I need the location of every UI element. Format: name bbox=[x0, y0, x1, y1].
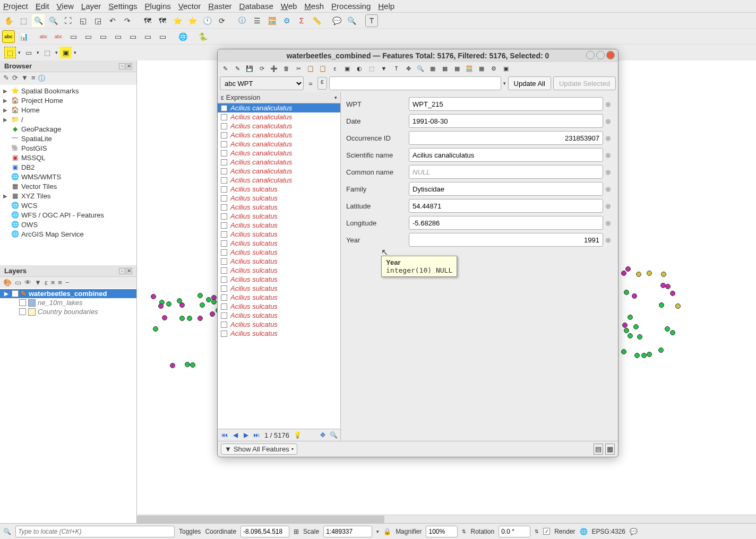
map-point[interactable] bbox=[211, 299, 217, 305]
menu-plugins[interactable]: Plugins bbox=[145, 2, 171, 11]
layer-filter-icon[interactable]: ▼ bbox=[35, 279, 41, 286]
clear-icon[interactable]: ⊗ bbox=[603, 219, 613, 227]
measure-icon[interactable]: 📏 bbox=[310, 14, 323, 27]
map-point[interactable] bbox=[162, 315, 167, 320]
menubar[interactable]: ProjectEditViewLayerSettingsPluginsVecto… bbox=[0, 0, 756, 13]
select-expr-icon[interactable]: ε bbox=[330, 63, 340, 74]
map-point[interactable] bbox=[665, 326, 670, 332]
layer-expand-icon[interactable]: ≡ bbox=[51, 279, 55, 286]
clear-icon[interactable]: ⊗ bbox=[603, 100, 613, 108]
actions-icon[interactable]: ⚙ bbox=[488, 63, 499, 74]
text-ann-icon[interactable]: T bbox=[365, 14, 378, 27]
map-point[interactable] bbox=[200, 302, 205, 308]
feature-row[interactable]: Acilius sulcatus bbox=[218, 248, 340, 257]
menu-help[interactable]: Help bbox=[378, 2, 394, 11]
bookmark-icon[interactable]: ⭐ bbox=[171, 14, 184, 27]
field-scientific-name[interactable] bbox=[409, 148, 603, 162]
layer-style-icon[interactable]: 🎨 bbox=[3, 279, 12, 286]
browser-add-icon[interactable]: ✎ bbox=[3, 74, 9, 83]
map-point[interactable] bbox=[647, 271, 652, 276]
map-point[interactable] bbox=[151, 294, 156, 299]
browser-item[interactable]: 🌐WFS / OGC API - Features bbox=[0, 210, 136, 220]
processing-icon[interactable]: ⚙ bbox=[280, 14, 293, 27]
rotation-input[interactable] bbox=[499, 526, 530, 537]
pan-icon[interactable]: ✋ bbox=[2, 14, 15, 27]
zoom-next-icon[interactable]: ↷ bbox=[121, 14, 134, 27]
label-tool4-icon[interactable]: ▭ bbox=[82, 30, 94, 43]
field-select[interactable]: abc WPT bbox=[220, 76, 304, 90]
panel-close-icon[interactable]: ✕ bbox=[126, 63, 132, 69]
map-point[interactable] bbox=[632, 293, 637, 299]
epsg-label[interactable]: EPSG:4326 bbox=[592, 528, 625, 535]
sigma-icon[interactable]: Σ bbox=[295, 14, 308, 27]
feature-row[interactable]: Acilius sulcatus bbox=[218, 212, 340, 221]
label-tool1-icon[interactable]: abc bbox=[37, 30, 50, 43]
bookmark2-icon[interactable]: ⭐ bbox=[186, 14, 199, 27]
move-top-icon[interactable]: ⤒ bbox=[391, 63, 401, 74]
layer-item[interactable]: Country boundaries bbox=[0, 307, 136, 316]
feature-row[interactable]: Acilius sulcatus bbox=[218, 194, 340, 203]
label-tool2-icon[interactable]: abc bbox=[52, 30, 65, 43]
select-val-icon[interactable]: ▭ bbox=[23, 47, 35, 58]
browser-collapse-icon[interactable]: ≡ bbox=[31, 74, 36, 83]
label-diag-icon[interactable]: 📊 bbox=[17, 30, 30, 43]
map-point[interactable] bbox=[206, 297, 211, 302]
expression-builder-icon[interactable]: ε bbox=[317, 77, 327, 90]
render-checkbox[interactable]: ✓ bbox=[543, 528, 550, 535]
feature-row[interactable]: Acilius sulcatus bbox=[218, 311, 340, 320]
clear-icon[interactable]: ⊗ bbox=[603, 134, 613, 142]
map-point[interactable] bbox=[187, 316, 192, 321]
pan-select-icon[interactable]: ⬚ bbox=[17, 14, 30, 27]
feature-row[interactable]: Acilius canaliculatus bbox=[218, 149, 340, 158]
new-map-icon[interactable]: 🗺 bbox=[141, 14, 154, 27]
browser-item[interactable]: ▣MSSQL bbox=[0, 153, 136, 162]
map-point[interactable] bbox=[621, 349, 626, 354]
field-calc2-icon[interactable]: 🧮 bbox=[464, 63, 475, 74]
feature-row[interactable]: Acilius sulcatus bbox=[218, 302, 340, 311]
map-point[interactable] bbox=[670, 330, 675, 335]
map-point[interactable] bbox=[647, 352, 652, 357]
deselect-icon[interactable]: ⬚ bbox=[41, 47, 53, 58]
edit-toggle-icon[interactable]: ✎ bbox=[220, 63, 230, 74]
clear-icon[interactable]: ⊗ bbox=[603, 202, 613, 210]
map-point[interactable] bbox=[197, 316, 203, 321]
expression-input[interactable] bbox=[329, 76, 501, 90]
map-point[interactable] bbox=[659, 302, 664, 308]
organize-icon[interactable]: ▦ bbox=[452, 63, 462, 74]
del-field-icon[interactable]: ▦ bbox=[440, 63, 450, 74]
layer-item[interactable]: ▶✓✎waterbeetles_combined bbox=[0, 289, 136, 298]
auto-zoom-icon[interactable]: 🔍 bbox=[329, 430, 338, 440]
layer-vis-icon[interactable]: 👁 bbox=[24, 279, 31, 286]
panel-undock-icon[interactable]: ▫ bbox=[119, 268, 125, 274]
feature-row[interactable]: Acilius sulcatus bbox=[218, 185, 340, 194]
browser-item[interactable]: 🌐ArcGIS Map Service bbox=[0, 229, 136, 239]
menu-mesh[interactable]: Mesh bbox=[304, 2, 324, 11]
layer-remove-icon[interactable]: − bbox=[65, 279, 70, 286]
feature-row[interactable]: Acilius sulcatus bbox=[218, 275, 340, 284]
browser-item[interactable]: ▣DB2 bbox=[0, 162, 136, 172]
map-point[interactable] bbox=[625, 266, 631, 272]
field-year[interactable] bbox=[409, 233, 603, 247]
menu-layer[interactable]: Layer bbox=[81, 2, 101, 11]
window-minimize-icon[interactable] bbox=[586, 51, 595, 59]
feature-row[interactable]: Acilius sulcatus bbox=[218, 230, 340, 239]
browser-item[interactable]: 〰SpatiaLite bbox=[0, 134, 136, 143]
map-point[interactable] bbox=[197, 293, 203, 298]
nav-next-icon[interactable]: ▶ bbox=[241, 430, 251, 440]
field-common-name[interactable] bbox=[409, 165, 603, 179]
ann-search-icon[interactable]: 🔍 bbox=[345, 14, 358, 27]
save-icon[interactable]: 💾 bbox=[244, 63, 255, 74]
cond-format-icon[interactable]: ▦ bbox=[476, 63, 487, 74]
lock-icon[interactable]: 🔒 bbox=[383, 528, 391, 535]
browser-item[interactable]: ▶▦XYZ Tiles bbox=[0, 191, 136, 201]
label-tool8-icon[interactable]: ▭ bbox=[141, 30, 154, 43]
map-point[interactable] bbox=[158, 303, 164, 309]
messages-icon[interactable]: 💬 bbox=[630, 528, 638, 535]
form-view-icon[interactable]: ▤ bbox=[594, 444, 603, 455]
map-point[interactable] bbox=[633, 324, 639, 329]
nav-last-icon[interactable]: ⏭ bbox=[252, 430, 261, 440]
auto-pan-icon[interactable]: ✥ bbox=[318, 430, 328, 440]
filter-sel-icon[interactable]: ▼ bbox=[379, 63, 389, 74]
python-icon[interactable]: 🐍 bbox=[196, 30, 209, 43]
identify-icon[interactable]: ⓘ bbox=[236, 14, 248, 27]
